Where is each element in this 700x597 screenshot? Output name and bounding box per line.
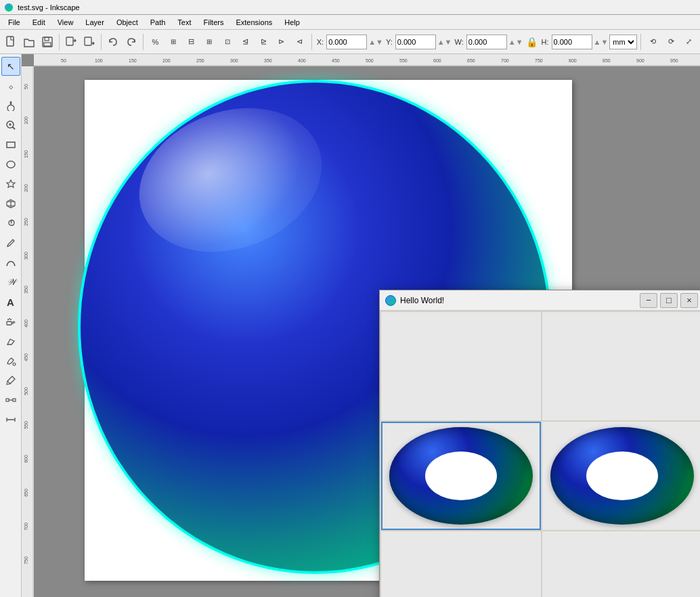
node-tool-btn[interactable]: ⬦	[1, 76, 20, 95]
pencil-tool-btn[interactable]	[1, 234, 20, 252]
dialog-maximize-btn[interactable]: □	[660, 293, 678, 308]
y-input[interactable]	[395, 35, 436, 49]
menu-view[interactable]: View	[52, 17, 79, 28]
calligraphy-tool-btn[interactable]: 𝒲	[1, 273, 20, 292]
snap-btn3[interactable]: ⊟	[183, 32, 200, 51]
ring-icon-right	[550, 427, 694, 525]
canvas-viewport[interactable]: Hello World! − □ ×	[34, 66, 700, 597]
spiral-tool-btn[interactable]	[1, 214, 20, 233]
svg-text:250: 250	[24, 218, 28, 226]
ellipse-tool-btn[interactable]	[1, 155, 20, 174]
svg-text:500: 500	[24, 387, 28, 395]
lock-aspect-icon[interactable]: 🔒	[525, 37, 539, 47]
svg-rect-48	[22, 66, 34, 597]
h-label: H:	[540, 38, 550, 46]
svg-text:400: 400	[24, 319, 28, 328]
snap-btn5[interactable]: ⊡	[219, 32, 236, 51]
tweak-tool-btn[interactable]	[1, 96, 20, 115]
new-button[interactable]	[3, 32, 20, 51]
dropper-tool-btn[interactable]	[1, 371, 20, 390]
snap-btn1[interactable]: %	[147, 32, 164, 51]
sep5	[640, 34, 641, 50]
svg-text:800: 800	[569, 58, 577, 63]
connector-tool-btn[interactable]	[1, 391, 20, 410]
menu-extensions[interactable]: Extensions	[230, 17, 278, 28]
star-tool-btn[interactable]	[1, 175, 20, 194]
align-btn2[interactable]: ⊵	[255, 32, 272, 51]
dialog-cell-bot-right	[542, 531, 700, 597]
ring-outer-left	[389, 427, 533, 525]
menu-text[interactable]: Text	[172, 17, 196, 28]
dialog-cell-mid-left[interactable]	[381, 422, 541, 530]
svg-text:50: 50	[24, 84, 28, 89]
menu-object[interactable]: Object	[111, 17, 144, 28]
snap-btn2[interactable]: ⊞	[165, 32, 182, 51]
svg-text:750: 750	[535, 58, 543, 63]
svg-text:900: 900	[636, 58, 644, 63]
ruler-left-svg: 50 100 150 200 250 300 350 400 450 500 5…	[22, 66, 34, 597]
menu-layer[interactable]: Layer	[80, 17, 110, 28]
svg-text:150: 150	[129, 58, 137, 63]
align-btn4[interactable]: ⊲	[291, 32, 308, 51]
main-area: ↖ ⬦ 𝒲 A	[0, 54, 700, 597]
menu-path[interactable]: Path	[145, 17, 171, 28]
x-label: X:	[315, 38, 325, 46]
dialog-cell-bot-left	[381, 531, 541, 597]
ruler-top: 50 100 150 200 250 300 350 400 450 500 5…	[34, 54, 700, 66]
dialog-cell-top-left	[381, 312, 541, 420]
align-btn3[interactable]: ⊳	[274, 32, 290, 51]
svg-point-18	[9, 318, 10, 319]
save-button[interactable]	[39, 32, 56, 51]
spray-tool-btn[interactable]	[1, 312, 20, 331]
dialog-content	[380, 311, 700, 597]
ring-icon-left	[389, 427, 533, 525]
svg-text:850: 850	[603, 58, 611, 63]
app-title: test.svg - Inkscape	[18, 3, 80, 12]
x-coord-group: X: ▲▼	[315, 35, 383, 49]
unit-select[interactable]: mm px cm in	[609, 35, 637, 49]
zoom-tool-btn[interactable]	[1, 116, 20, 135]
snap-btn4[interactable]: ⊞	[201, 32, 218, 51]
h-input[interactable]	[552, 35, 592, 49]
toolbox: ↖ ⬦ 𝒲 A	[0, 54, 22, 597]
menu-file[interactable]: File	[3, 17, 26, 28]
transform-btn1[interactable]: ⟲	[644, 32, 661, 51]
open-button[interactable]	[21, 32, 38, 51]
svg-point-17	[7, 319, 9, 320]
svg-text:650: 650	[24, 489, 28, 497]
svg-rect-4	[44, 43, 51, 46]
sep4	[311, 34, 312, 50]
export-button[interactable]	[81, 32, 97, 51]
dialog-minimize-btn[interactable]: −	[640, 293, 657, 308]
import-button[interactable]	[63, 32, 80, 51]
w-input[interactable]	[466, 35, 507, 49]
undo-button[interactable]	[105, 32, 122, 51]
svg-rect-16	[7, 322, 12, 325]
select-tool-btn[interactable]: ↖	[1, 57, 20, 76]
h-size-group: H: ▲▼	[540, 35, 609, 49]
menu-help[interactable]: Help	[279, 17, 305, 28]
hello-world-dialog[interactable]: Hello World! − □ ×	[379, 290, 700, 597]
dialog-close-btn[interactable]: ×	[680, 293, 698, 308]
x-input[interactable]	[326, 35, 367, 49]
3dbox-tool-btn[interactable]	[1, 194, 20, 213]
measure-tool-btn[interactable]	[1, 410, 20, 429]
text-tool-btn[interactable]: A	[1, 292, 20, 311]
paint-bucket-tool-btn[interactable]	[1, 351, 20, 370]
eraser-tool-btn[interactable]	[1, 332, 20, 351]
redo-button[interactable]	[123, 32, 140, 51]
svg-text:550: 550	[399, 58, 408, 63]
svg-marker-14	[7, 180, 15, 187]
bezier-tool-btn[interactable]	[1, 253, 20, 272]
rect-tool-btn[interactable]	[1, 135, 20, 154]
transform-btn3[interactable]: ⤢	[680, 32, 697, 51]
menu-edit[interactable]: Edit	[27, 17, 51, 28]
w-label: W:	[454, 38, 465, 46]
align-btn1[interactable]: ⊴	[237, 32, 254, 51]
transform-btn2[interactable]: ⟳	[663, 32, 680, 51]
svg-text:300: 300	[24, 252, 28, 260]
svg-text:450: 450	[332, 58, 340, 63]
dialog-cell-mid-right[interactable]	[542, 422, 700, 530]
menu-filters[interactable]: Filters	[198, 17, 229, 28]
dialog-cell-top-right	[542, 312, 700, 420]
